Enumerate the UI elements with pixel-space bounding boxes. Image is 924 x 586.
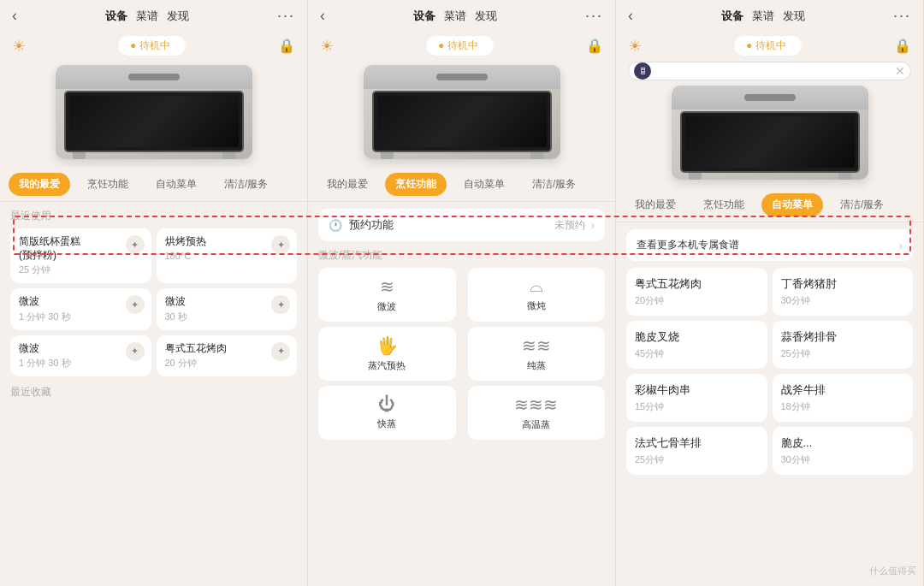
recipe-item-5[interactable]: 彩椒牛肉串 15分钟 <box>626 374 767 422</box>
tab-favorites-1[interactable]: 我的最爱 <box>9 173 70 196</box>
oven-handle-1 <box>128 74 180 80</box>
reserve-row[interactable]: 🕐 预约功能 未预约 › <box>318 209 605 241</box>
reserve-right: 未预约 › <box>554 218 595 233</box>
recipe-item-4[interactable]: 蒜香烤排骨 25分钟 <box>773 321 914 369</box>
nav-tab-discover-3[interactable]: 发现 <box>783 9 805 24</box>
tab-auto-3[interactable]: 自动菜单 <box>761 193 823 216</box>
nav-more-1[interactable]: ··· <box>277 7 295 25</box>
recipe-item-time-5: 15分钟 <box>635 400 759 413</box>
nav-tab-device-1[interactable]: 设备 <box>105 9 127 24</box>
func-card-steam-preheat[interactable]: 🖐 蒸汽预热 <box>318 327 456 381</box>
nav-tab-recipe-1[interactable]: 菜谱 <box>136 9 158 24</box>
oven-door-2 <box>372 91 552 152</box>
recipe-item-7[interactable]: 法式七骨羊排 25分钟 <box>626 427 767 475</box>
recipe-item-1[interactable]: 粤式五花烤肉 20分钟 <box>626 268 767 316</box>
oven-image-3 <box>672 86 868 180</box>
tab-row-1: 我的最爱 烹饪功能 自动菜单 清洁/服务 <box>0 168 307 202</box>
sun-icon-1: ☀ <box>12 37 26 56</box>
list-header[interactable]: 查看更多本机专属食谱 › <box>626 229 913 261</box>
tab-clean-2[interactable]: 清洁/服务 <box>522 173 586 196</box>
func-row-1: ≋ 微波 ⌓ 微炖 <box>318 268 605 322</box>
recipe-item-2[interactable]: 丁香烤猪肘 30分钟 <box>773 268 914 316</box>
recipe-meta-2: 180°C <box>165 251 289 261</box>
lock-icon-2: 🔒 <box>586 38 603 54</box>
back-arrow-2[interactable]: ‹ <box>320 7 325 25</box>
list-header-text: 查看更多本机专属食谱 <box>637 238 739 252</box>
slider-knob[interactable]: 🎛 <box>634 62 651 80</box>
nav-tab-recipe-2[interactable]: 菜谱 <box>444 9 466 24</box>
tab-auto-2[interactable]: 自动菜单 <box>453 173 515 196</box>
tab-clean-1[interactable]: 清洁/服务 <box>214 173 278 196</box>
nav-tab-discover-1[interactable]: 发现 <box>167 9 189 24</box>
steam-preheat-icon: 🖐 <box>376 335 398 356</box>
tab-row-2: 我的最爱 烹饪功能 自动菜单 清洁/服务 <box>308 168 615 202</box>
recipe-btn-2[interactable]: ✦ <box>271 235 290 254</box>
nav-more-2[interactable]: ··· <box>585 7 603 25</box>
top-bar-3: ‹ 设备 菜谱 发现 ··· <box>616 0 923 32</box>
dot-icon-3: ● <box>746 39 752 51</box>
recipe-btn-5[interactable]: ✦ <box>126 342 145 361</box>
nav-tab-discover-2[interactable]: 发现 <box>475 9 497 24</box>
reserve-label: 预约功能 <box>349 217 394 233</box>
recipe-name-5: 微波 <box>19 342 143 356</box>
recipe-name-3: 微波 <box>19 295 143 309</box>
recipe-meta-4: 30 秒 <box>165 311 289 323</box>
tab-clean-3[interactable]: 清洁/服务 <box>830 193 894 216</box>
slider-clear-icon[interactable]: ✕ <box>895 64 905 78</box>
oven-feet-3 <box>689 173 851 180</box>
back-arrow-1[interactable]: ‹ <box>12 7 17 25</box>
recipe-card-3[interactable]: 微波 1 分钟 30 秒 ✦ <box>10 288 151 330</box>
watermark: 什么值得买 <box>869 565 916 577</box>
lock-icon-1: 🔒 <box>278 38 295 54</box>
nav-tab-device-2[interactable]: 设备 <box>413 9 435 24</box>
recipe-card-6[interactable]: 粤式五花烤肉 20 分钟 ✦ <box>157 335 298 377</box>
nav-tab-recipe-3[interactable]: 菜谱 <box>752 9 774 24</box>
tab-favorites-2[interactable]: 我的最爱 <box>317 173 378 196</box>
section-collect-1: 最近收藏 <box>10 385 297 400</box>
tab-cooking-2[interactable]: 烹饪功能 <box>385 173 447 196</box>
recipe-btn-6[interactable]: ✦ <box>271 342 290 361</box>
func-card-microwave[interactable]: ≋ 微波 <box>318 268 456 322</box>
tab-auto-1[interactable]: 自动菜单 <box>145 173 207 196</box>
func-card-pure-steam[interactable]: ≋≋ 纯蒸 <box>468 327 606 381</box>
recipe-item-name-8: 脆皮... <box>781 435 905 451</box>
recipe-btn-3[interactable]: ✦ <box>126 295 145 314</box>
quick-steam-icon: ⏻ <box>378 394 395 414</box>
tab-favorites-3[interactable]: 我的最爱 <box>625 193 686 216</box>
oven-top-1 <box>56 65 252 89</box>
nav-more-3[interactable]: ··· <box>893 7 911 25</box>
panel-favorites: ‹ 设备 菜谱 发现 ··· ☀ ●待机中 🔒 <box>0 0 308 586</box>
recipe-item-6[interactable]: 战斧牛排 18分钟 <box>773 374 914 422</box>
dot-icon-1: ● <box>130 39 136 51</box>
slider-track[interactable]: 🎛 ✕ <box>628 62 911 80</box>
recipe-btn-1[interactable]: ✦ <box>126 235 145 254</box>
reserve-arrow: › <box>590 218 595 232</box>
oven-area-3 <box>616 82 923 188</box>
recipe-name-1: 简版纸杯蛋糕(预拌粉) <box>19 235 143 262</box>
recipe-card-1[interactable]: 简版纸杯蛋糕(预拌粉) 25 分钟 ✦ <box>10 228 151 283</box>
func-card-quick-steam[interactable]: ⏻ 快蒸 <box>318 386 456 440</box>
func-card-high-steam[interactable]: ≋≋≋ 高温蒸 <box>468 386 606 440</box>
clock-icon: 🕐 <box>329 219 342 232</box>
oven-top-2 <box>364 65 560 89</box>
recipe-item-name-7: 法式七骨羊排 <box>635 435 759 451</box>
tab-cooking-1[interactable]: 烹饪功能 <box>77 173 139 196</box>
nav-tab-device-3[interactable]: 设备 <box>721 9 743 24</box>
func-label-simmer: 微炖 <box>527 299 546 312</box>
func-card-simmer[interactable]: ⌓ 微炖 <box>468 268 606 322</box>
recipe-item-name-1: 粤式五花烤肉 <box>635 276 759 292</box>
tab-cooking-3[interactable]: 烹饪功能 <box>693 193 755 216</box>
recipe-item-name-5: 彩椒牛肉串 <box>635 382 759 398</box>
recipe-card-2[interactable]: 烘烤预热 180°C ✦ <box>157 228 298 283</box>
recipe-item-3[interactable]: 脆皮叉烧 45分钟 <box>626 321 767 369</box>
recipe-item-name-3: 脆皮叉烧 <box>635 329 759 345</box>
recipe-card-5[interactable]: 微波 1 分钟 30 秒 ✦ <box>10 335 151 377</box>
recipe-item-8[interactable]: 脆皮... 30分钟 <box>773 427 914 475</box>
top-bar-2: ‹ 设备 菜谱 发现 ··· <box>308 0 615 32</box>
recipe-list: 粤式五花烤肉 20分钟 丁香烤猪肘 30分钟 脆皮叉烧 45分钟 蒜香烤排骨 2… <box>626 268 913 475</box>
recipe-card-4[interactable]: 微波 30 秒 ✦ <box>157 288 298 330</box>
back-arrow-3[interactable]: ‹ <box>628 7 633 25</box>
microwave-icon: ≋ <box>380 276 394 297</box>
recipe-item-time-1: 20分钟 <box>635 294 759 307</box>
recipe-item-time-4: 25分钟 <box>781 347 905 360</box>
